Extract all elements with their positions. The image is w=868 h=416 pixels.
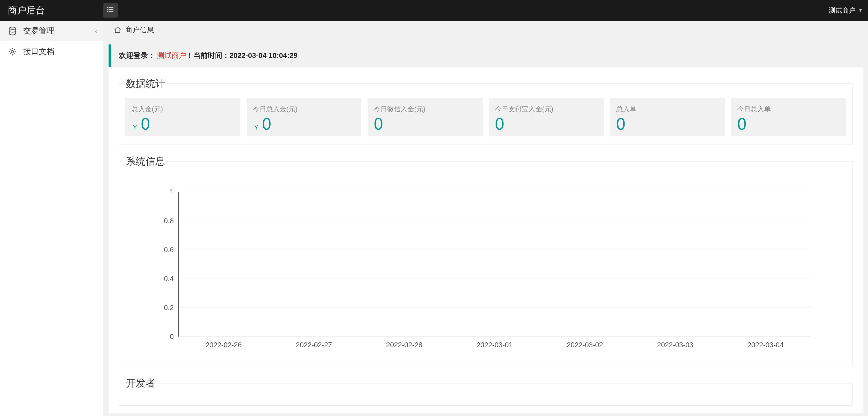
sidebar-item-label: 交易管理 [23, 26, 54, 36]
stat-value: 0 [616, 116, 625, 132]
stat-card: 今日支付宝入金(元)0 [489, 98, 604, 136]
chart-wrap: 00.20.40.60.812022-02-262022-02-272022-0… [125, 176, 846, 358]
user-menu-label: 测试商户 [829, 6, 856, 15]
stats-fieldset: 数据统计 总入金(元)￥0今日总入金(元)￥0今日微信入金(元)0今日支付宝入金… [119, 77, 852, 145]
stat-prefix: ￥ [253, 123, 259, 132]
svg-text:2022-03-03: 2022-03-03 [657, 341, 693, 349]
stat-value: 0 [262, 116, 271, 132]
stat-card: 今日微信入金(元)0 [368, 98, 483, 136]
svg-text:0: 0 [170, 332, 174, 341]
svg-text:2022-03-02: 2022-03-02 [567, 341, 603, 349]
sidebar: 交易管理 ‹ 接口文档 [0, 21, 103, 416]
gear-icon [8, 47, 17, 56]
svg-point-6 [9, 27, 16, 29]
stat-card: 今日总入金(元)￥0 [247, 98, 362, 136]
svg-point-7 [11, 51, 14, 53]
stat-prefix: ￥ [131, 123, 138, 132]
welcome-name: 测试商户 [157, 52, 186, 59]
svg-text:0.4: 0.4 [164, 275, 174, 283]
svg-text:2022-03-04: 2022-03-04 [747, 341, 783, 349]
developer-fieldset: 开发者 [119, 377, 852, 406]
stat-value: 0 [141, 116, 150, 132]
svg-text:0.2: 0.2 [164, 303, 174, 312]
home-icon [114, 26, 122, 34]
developer-legend: 开发者 [123, 377, 158, 390]
stat-label: 今日总入金(元) [253, 105, 355, 114]
brand-title: 商户后台 [5, 4, 103, 17]
stat-value: 0 [495, 116, 504, 132]
svg-text:2022-02-27: 2022-02-27 [296, 341, 332, 349]
stat-label: 今日支付宝入金(元) [495, 105, 598, 114]
sidebar-item-transactions[interactable]: 交易管理 ‹ [0, 21, 103, 41]
caret-down-icon: ▼ [858, 8, 863, 13]
breadcrumb: 商户信息 [108, 21, 863, 39]
stat-card: 总入金(元)￥0 [125, 98, 240, 136]
stat-label: 今日总入单 [737, 105, 840, 114]
stats-row: 总入金(元)￥0今日总入金(元)￥0今日微信入金(元)0今日支付宝入金(元)0总… [125, 98, 846, 136]
svg-point-2 [107, 11, 108, 12]
stat-value: 0 [374, 116, 383, 132]
stat-label: 总入金(元) [131, 105, 234, 114]
menu-toggle-button[interactable] [103, 3, 118, 18]
svg-text:0.6: 0.6 [164, 246, 174, 254]
svg-point-1 [107, 9, 108, 10]
svg-text:0.8: 0.8 [164, 217, 174, 225]
welcome-card: 欢迎登录： 测试商户！当前时间：2022-03-04 10:04:29 数据统计… [108, 44, 863, 413]
welcome-time: 2022-03-04 10:04:29 [229, 52, 298, 59]
database-icon [8, 26, 17, 36]
list-icon [106, 5, 115, 15]
sysinfo-fieldset: 系统信息 00.20.40.60.812022-02-262022-02-272… [119, 155, 852, 366]
welcome-prefix: 欢迎登录： [119, 52, 155, 59]
stat-card: 今日总入单0 [731, 98, 846, 136]
sysinfo-legend: 系统信息 [123, 155, 168, 168]
stat-value: 0 [737, 116, 746, 132]
main: 商户信息 欢迎登录： 测试商户！当前时间：2022-03-04 10:04:29… [103, 21, 868, 416]
welcome-suffix: ！当前时间： [186, 52, 229, 59]
layout: 交易管理 ‹ 接口文档 商户信息 欢迎登录： [0, 21, 868, 416]
sidebar-item-apidocs[interactable]: 接口文档 [0, 41, 103, 62]
stat-label: 今日微信入金(元) [374, 105, 476, 114]
stats-legend: 数据统计 [123, 77, 168, 90]
svg-point-0 [107, 7, 108, 8]
stat-card: 总入单0 [610, 98, 725, 136]
user-menu[interactable]: 测试商户 ▼ [829, 6, 863, 15]
svg-text:2022-02-28: 2022-02-28 [386, 341, 422, 349]
topbar: 商户后台 测试商户 ▼ [0, 0, 868, 21]
welcome-alert: 欢迎登录： 测试商户！当前时间：2022-03-04 10:04:29 [108, 44, 863, 67]
stat-label: 总入单 [616, 105, 719, 114]
svg-text:1: 1 [170, 188, 174, 196]
line-chart: 00.20.40.60.812022-02-262022-02-272022-0… [141, 186, 831, 351]
breadcrumb-title: 商户信息 [125, 25, 154, 35]
svg-text:2022-02-26: 2022-02-26 [206, 341, 242, 349]
svg-text:2022-03-01: 2022-03-01 [476, 341, 513, 349]
sidebar-item-label: 接口文档 [23, 46, 54, 57]
chevron-left-icon: ‹ [95, 27, 97, 35]
